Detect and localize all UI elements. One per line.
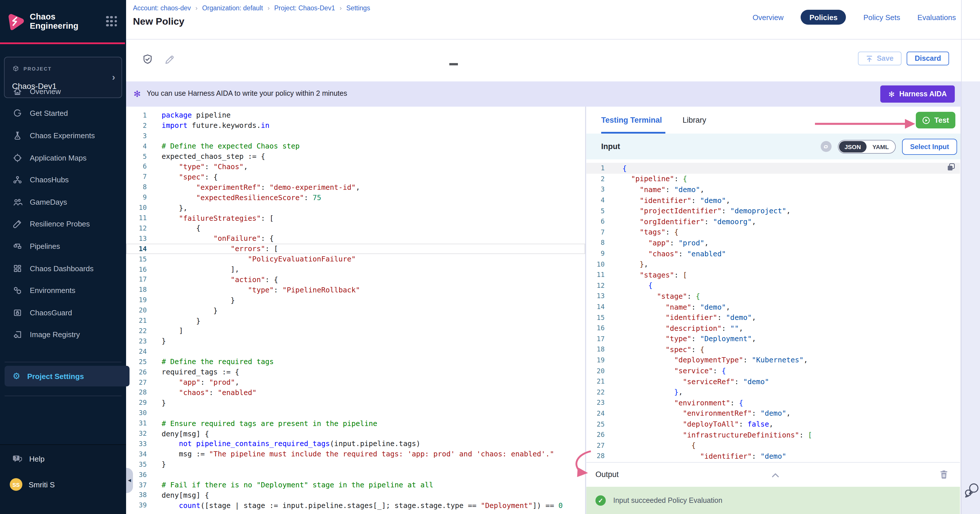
code-line[interactable]: 1package pipeline bbox=[126, 110, 585, 120]
sidebar-item-pipelines[interactable]: Pipelines bbox=[0, 235, 126, 257]
code-line[interactable]: 17 "action": { bbox=[126, 274, 585, 285]
copy-icon[interactable] bbox=[946, 162, 956, 172]
code-line[interactable]: 32deny[msg] { bbox=[126, 428, 585, 439]
harness-aida-button[interactable]: ✻ Harness AIDA bbox=[880, 86, 955, 103]
code-line[interactable]: 7 "tags": { bbox=[586, 227, 960, 237]
save-button[interactable]: Save bbox=[858, 52, 902, 65]
code-line[interactable]: 25# Define the required tags bbox=[126, 356, 585, 367]
code-line[interactable]: 29} bbox=[126, 398, 585, 408]
sidebar-item-chaos-dashboards[interactable]: Chaos Dashboards bbox=[0, 258, 126, 280]
code-line[interactable]: 24 "environmentRef": "demo", bbox=[586, 408, 960, 419]
code-line[interactable]: 36 bbox=[126, 469, 585, 480]
tab-evaluations[interactable]: Evaluations bbox=[918, 13, 956, 22]
code-line[interactable]: 15 "identifier": "demo", bbox=[586, 312, 960, 323]
tab-library[interactable]: Library bbox=[682, 116, 706, 124]
code-line[interactable]: 19 } bbox=[126, 295, 585, 305]
code-line[interactable]: 23} bbox=[126, 336, 585, 346]
sidebar-item-environments[interactable]: Environments bbox=[0, 280, 126, 302]
tab-overview[interactable]: Overview bbox=[752, 13, 783, 22]
breadcrumb-item-3[interactable]: Settings bbox=[347, 5, 370, 11]
code-line[interactable]: 4# Define the expected Chaos step bbox=[126, 141, 585, 151]
code-line[interactable]: 20 "service": { bbox=[586, 366, 960, 376]
breadcrumb-item-1[interactable]: Organization: default bbox=[202, 5, 263, 11]
code-line[interactable]: 37# Fail if there is no "Deployment" sta… bbox=[126, 480, 585, 490]
tab-policy-sets[interactable]: Policy Sets bbox=[863, 13, 900, 22]
sidebar-item-get-started[interactable]: Get Started bbox=[0, 102, 126, 124]
code-line[interactable]: 18 "spec": { bbox=[586, 344, 960, 355]
code-line[interactable]: 11 "failureStrategies": [ bbox=[126, 213, 585, 223]
code-line[interactable]: 10 }, bbox=[586, 259, 960, 269]
code-line[interactable]: 18 "type": "PipelineRollback" bbox=[126, 285, 585, 295]
chevron-up-icon[interactable] bbox=[771, 471, 780, 479]
sidebar-item-project-settings[interactable]: ⚙ Project Settings bbox=[5, 366, 129, 387]
input-json-editor[interactable]: 1{2 "pipeline": {3 "name": "demo",4 "ide… bbox=[586, 159, 960, 466]
code-line[interactable]: 14 "name": "demo", bbox=[586, 301, 960, 312]
harness-chaos-logo-icon[interactable] bbox=[6, 12, 25, 31]
policy-code-editor[interactable]: 1package pipeline2import future.keywords… bbox=[126, 107, 586, 514]
sidebar-item-overview[interactable]: Overview bbox=[0, 80, 126, 102]
user-menu[interactable]: SS Smriti S bbox=[10, 478, 55, 491]
code-line[interactable]: 3 bbox=[126, 131, 585, 141]
code-line[interactable]: 9 "chaos": "enabled" bbox=[586, 248, 960, 259]
code-line[interactable]: 1{ bbox=[586, 163, 960, 173]
code-line[interactable]: 35} bbox=[126, 459, 585, 469]
code-line[interactable]: 8 "app": "prod", bbox=[586, 237, 960, 248]
code-line[interactable]: 39 count([stage | stage := input.pipelin… bbox=[126, 500, 585, 511]
code-line[interactable]: 11 "stages": [ bbox=[586, 269, 960, 280]
format-json[interactable]: JSON bbox=[839, 141, 867, 152]
shield-check-icon[interactable] bbox=[142, 54, 153, 65]
code-line[interactable]: 16 ], bbox=[126, 264, 585, 274]
code-line[interactable]: 24 bbox=[126, 346, 585, 356]
code-line[interactable]: 10 }, bbox=[126, 202, 585, 213]
help-button[interactable]: ? Help bbox=[12, 454, 45, 464]
select-input-button[interactable]: Select Input bbox=[902, 138, 957, 154]
code-line[interactable]: 30 bbox=[126, 408, 585, 418]
code-line[interactable]: 15 "PolicyEvaluationFailure" bbox=[126, 254, 585, 264]
code-line[interactable]: 22 }, bbox=[586, 387, 960, 397]
sidebar-item-chaos-experiments[interactable]: Chaos Experiments bbox=[0, 124, 126, 146]
code-line[interactable]: 28 "chaos": "enabled" bbox=[126, 387, 585, 398]
tab-policies[interactable]: Policies bbox=[801, 10, 846, 25]
discard-button[interactable]: Discard bbox=[907, 52, 949, 65]
code-line[interactable]: 7 "spec": { bbox=[126, 172, 585, 182]
code-line[interactable]: 27 { bbox=[586, 440, 960, 450]
code-line[interactable]: 5expected_chaos_step := { bbox=[126, 151, 585, 161]
format-yaml[interactable]: YAML bbox=[867, 143, 895, 150]
code-line[interactable]: 16 "description": "", bbox=[586, 323, 960, 333]
code-line[interactable]: 12 { bbox=[126, 223, 585, 233]
code-line[interactable]: 23 "environment": { bbox=[586, 397, 960, 408]
edit-pencil-icon[interactable] bbox=[164, 54, 175, 65]
code-line[interactable]: 31# Ensure required tags are present in … bbox=[126, 418, 585, 428]
app-switcher-icon[interactable] bbox=[106, 16, 117, 26]
input-info-icon[interactable] bbox=[820, 141, 831, 152]
code-line[interactable]: 25 "deployToAll": false, bbox=[586, 419, 960, 430]
code-line[interactable]: 4 "identifier": "demo", bbox=[586, 195, 960, 205]
code-line[interactable]: 14 "errors": [ bbox=[126, 243, 585, 254]
format-toggle[interactable]: JSON YAML bbox=[838, 140, 896, 153]
sidebar-item-resilience-probes[interactable]: Resilience Probes bbox=[0, 213, 126, 235]
sidebar-item-chaoshubs[interactable]: ChaosHubs bbox=[0, 169, 126, 191]
code-line[interactable]: 2import future.keywords.in bbox=[126, 120, 585, 131]
code-line[interactable]: 22 ] bbox=[126, 326, 585, 336]
code-line[interactable]: 13 "onFailure": { bbox=[126, 233, 585, 243]
code-line[interactable]: 20 } bbox=[126, 305, 585, 315]
trash-icon[interactable] bbox=[939, 469, 948, 480]
code-line[interactable]: 9 "expectedResilienceScore": 75 bbox=[126, 193, 585, 203]
code-line[interactable]: 33 not pipeline_contains_required_tags(i… bbox=[126, 439, 585, 449]
code-line[interactable]: 21 } bbox=[126, 315, 585, 326]
code-line[interactable]: 17 "type": "Deployment", bbox=[586, 333, 960, 344]
breadcrumb-item-0[interactable]: Account: chaos-dev bbox=[133, 5, 191, 11]
code-line[interactable]: 6 "type": "Chaos", bbox=[126, 161, 585, 172]
code-line[interactable]: 28 "identifier": "demo" bbox=[586, 450, 960, 461]
code-line[interactable]: 38deny[msg] { bbox=[126, 490, 585, 500]
sidebar-item-chaosguard[interactable]: ChaosGuard bbox=[0, 302, 126, 324]
support-chat-icon[interactable] bbox=[964, 482, 979, 498]
code-line[interactable]: 26required_tags := { bbox=[126, 367, 585, 377]
code-line[interactable]: 21 "serviceRef": "demo" bbox=[586, 376, 960, 387]
code-line[interactable]: 8 "experimentRef": "demo-experiment-id", bbox=[126, 182, 585, 193]
sidebar-item-application-maps[interactable]: Application Maps bbox=[0, 147, 126, 169]
sidebar-item-image-registry[interactable]: Image Registry bbox=[0, 324, 126, 346]
test-button[interactable]: Test bbox=[916, 112, 955, 129]
code-line[interactable]: 12 { bbox=[586, 280, 960, 291]
breadcrumb-item-2[interactable]: Project: Chaos-Dev1 bbox=[274, 5, 335, 11]
